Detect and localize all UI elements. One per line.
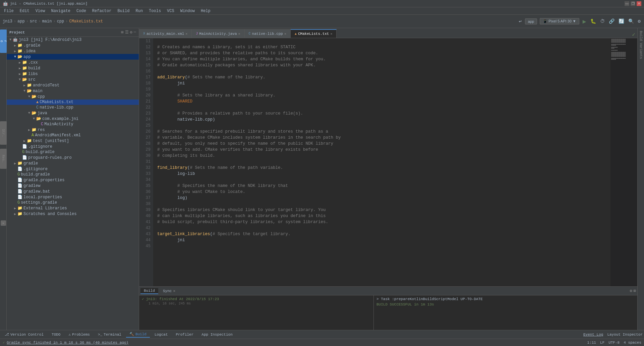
menu-build[interactable]: Build: [115, 8, 132, 14]
search-button[interactable]: 🔍: [628, 18, 635, 25]
run-button[interactable]: ▶: [582, 17, 587, 26]
build-tab[interactable]: Build: [140, 288, 158, 294]
tree-item-package[interactable]: ▼ 📂 com.example.jni: [7, 116, 139, 122]
tree-item-cxx[interactable]: ▶ 📁 .cxx: [7, 60, 139, 65]
tab-native-lib-cpp[interactable]: C native-lib.cpp ✕: [245, 29, 291, 38]
breadcrumb-jni3[interactable]: jni3: [3, 19, 12, 24]
tree-item-res[interactable]: ▶ 📁 res: [7, 127, 139, 133]
breadcrumb-src[interactable]: src: [30, 19, 37, 24]
menu-code[interactable]: Code: [74, 8, 89, 14]
menu-view[interactable]: View: [33, 8, 48, 14]
breadcrumb-main[interactable]: main: [42, 19, 52, 24]
version-control-tab[interactable]: ⎇ Version Control: [1, 332, 47, 337]
menu-tools[interactable]: Tools: [146, 8, 164, 14]
tree-item-cpp-dir[interactable]: ▼ 📂 cpp: [7, 94, 139, 99]
breadcrumb-cpp[interactable]: cpp: [57, 19, 64, 24]
sync-close-icon[interactable]: ✕: [173, 289, 175, 293]
panel-collapse-icon[interactable]: —: [134, 30, 136, 35]
tree-item-manifest[interactable]: A AndroidManifest.xml: [7, 133, 139, 138]
menu-navigate[interactable]: Navigate: [48, 8, 73, 14]
code-line-32: find_library( # Sets the name of the pat…: [157, 165, 606, 171]
tree-item-scratches[interactable]: ▶ 📁 Scratches and Consoles: [7, 211, 139, 217]
logcat-tab[interactable]: Logcat: [151, 332, 171, 337]
sync-button[interactable]: 🔄: [618, 18, 625, 25]
tree-item-gradlew-bat[interactable]: 📄 gradlew.bat: [7, 189, 139, 194]
tree-item-gradle-root[interactable]: ▶ 📁 gradle: [7, 160, 139, 166]
menu-vcs[interactable]: VCS: [164, 8, 177, 14]
tab-mainactivity-java[interactable]: J MainActivity.java ✕: [192, 29, 244, 38]
profiler-tab[interactable]: Profiler: [173, 332, 197, 337]
tree-item-buildgradle-app[interactable]: G build.gradle: [7, 149, 139, 155]
structure-icon[interactable]: Str.: [0, 121, 7, 145]
window-controls[interactable]: — ❐ ✕: [625, 1, 641, 6]
menu-run[interactable]: Run: [133, 8, 145, 14]
tree-item-gradlew[interactable]: 📄 gradlew: [7, 183, 139, 189]
app-inspection-tab[interactable]: App Inspection: [198, 332, 236, 337]
menu-file[interactable]: File: [1, 8, 16, 14]
maximize-button[interactable]: ❐: [631, 1, 635, 6]
tab-close-cmake[interactable]: ✕: [330, 32, 332, 36]
tree-item-external-libs[interactable]: ▶ 📁 External Libraries: [7, 205, 139, 211]
tree-item-settings-gradle[interactable]: G settings.gradle: [7, 200, 139, 205]
close-button[interactable]: ✕: [637, 1, 641, 6]
tab-close-cpp[interactable]: ✕: [284, 32, 286, 36]
tree-item-androidtest[interactable]: ▶ 📁 androidTest: [7, 82, 139, 88]
favorites-icon[interactable]: ★: [1, 220, 6, 226]
tree-item-gitignore-app[interactable]: 📄 .gitignore: [7, 144, 139, 149]
tree-item-java-dir[interactable]: ▼ 📂 java: [7, 110, 139, 116]
tree-item-build[interactable]: ▶ 📁 build: [7, 65, 139, 71]
tree-root[interactable]: ▼ 🤖 jni3 [jni] F:\Android\jni3: [7, 37, 139, 43]
panel-filter-icon[interactable]: ☰: [125, 30, 129, 35]
debug-button[interactable]: 🐛: [590, 18, 597, 25]
tree-item-gradle-dir[interactable]: ▶ 📁 .gradle: [7, 43, 139, 48]
tree-item-native-lib[interactable]: C native-lib.cpp: [7, 105, 139, 110]
tab-close-xml[interactable]: ✕: [185, 32, 187, 36]
build-layout-icon[interactable]: ⊞: [634, 288, 636, 293]
device-selector[interactable]: 📱 Pixel 5 API 30 ▼: [540, 18, 579, 24]
tree-item-proguard[interactable]: 📄 proguard-rules.pro: [7, 155, 139, 160]
tree-item-src[interactable]: ▼ 📂 src: [7, 77, 139, 82]
tree-item-buildgradle-root[interactable]: G build.gradle: [7, 172, 139, 177]
project-view-icon[interactable]: Proj: [0, 29, 7, 53]
build-variants-tab[interactable]: Build Variants: [638, 29, 644, 60]
tree-item-main[interactable]: ▼ 📂 main: [7, 88, 139, 94]
tree-item-test[interactable]: ▶ 📁 test [unitTest]: [7, 138, 139, 144]
menu-refactor[interactable]: Refactor: [90, 8, 114, 14]
tab-close-java[interactable]: ✕: [238, 32, 240, 36]
sync-tab[interactable]: Sync ✕: [160, 288, 179, 294]
build-settings-icon[interactable]: ⚙: [630, 288, 632, 293]
status-sync-text[interactable]: Gradle sync finished in 1 m 16 s 36 ms (…: [7, 341, 128, 345]
tree-item-gitignore-root[interactable]: 📄 .gitignore: [7, 166, 139, 172]
tree-item-app[interactable]: ▼ 📂 app: [7, 54, 139, 60]
panel-gear-icon[interactable]: ⚙: [130, 30, 132, 35]
tree-item-local-properties[interactable]: 📄 local.properties: [7, 194, 139, 200]
code-editor[interactable]: 1112131415 1617181920 2122232425 2627282…: [139, 38, 610, 286]
tree-item-gradle-properties[interactable]: 📄 gradle.properties: [7, 177, 139, 183]
breadcrumb-app[interactable]: app: [17, 19, 25, 24]
menu-help[interactable]: Help: [198, 8, 213, 14]
tree-item-libs[interactable]: ▶ 📁 libs: [7, 71, 139, 77]
code-content[interactable]: # Creates and names a library, sets it a…: [153, 38, 610, 286]
problems-tab[interactable]: ⚠ Problems: [65, 332, 93, 337]
profile-button[interactable]: ⏱: [599, 18, 605, 25]
event-log-link[interactable]: Event Log: [583, 333, 603, 337]
build-bottom-tab[interactable]: 🔨 Build: [126, 331, 150, 338]
terminal-tab[interactable]: >_ Terminal: [95, 332, 125, 337]
tab-activity-main-xml[interactable]: X activity_main.xml ✕: [139, 29, 192, 38]
tree-item-idea[interactable]: ▶ 📁 .idea: [7, 48, 139, 54]
breadcrumb-file[interactable]: CMakeLists.txt: [69, 19, 103, 24]
layout-inspector-link[interactable]: Layout Inspector: [607, 333, 643, 337]
tab-cmakelists[interactable]: ▲ CMakeLists.txt ✕: [291, 29, 337, 38]
settings-button[interactable]: ⚙: [637, 18, 641, 25]
tree-item-mainactivity[interactable]: C MainActivity: [7, 122, 139, 127]
app-selector[interactable]: app: [525, 18, 537, 24]
attach-button[interactable]: 🔗: [608, 18, 615, 25]
resource-icon[interactable]: Res.: [0, 149, 7, 169]
toolbar-icon-back[interactable]: ↩: [518, 18, 522, 25]
minimize-button[interactable]: —: [625, 1, 629, 6]
menu-edit[interactable]: Edit: [17, 8, 32, 14]
todo-tab[interactable]: TODO: [48, 332, 64, 337]
tree-item-cmake[interactable]: ▲ CMakeLists.txt: [7, 99, 139, 105]
menu-window[interactable]: Window: [178, 8, 197, 14]
panel-layout-icon[interactable]: ⊞: [121, 30, 123, 35]
